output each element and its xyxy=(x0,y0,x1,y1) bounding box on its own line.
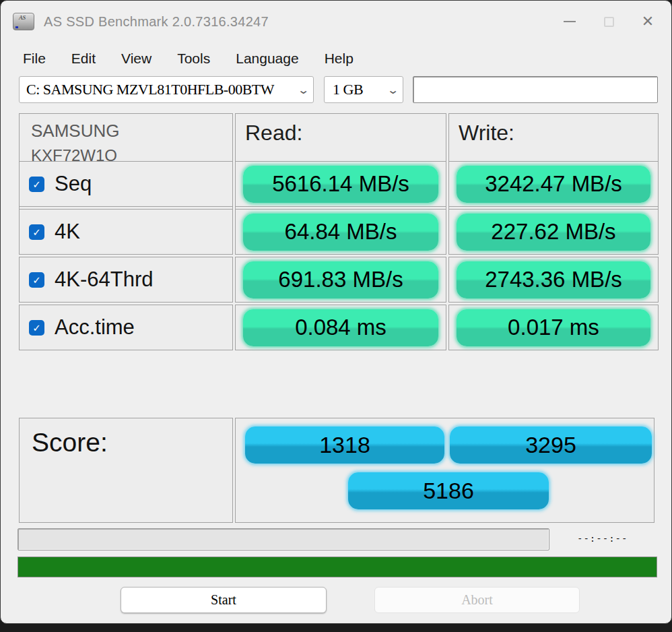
status-bar xyxy=(18,528,549,550)
seq-write-value: 3242.47 MB/s xyxy=(457,166,650,203)
row-label: Seq xyxy=(55,172,92,196)
test-size-value: 1 GB xyxy=(333,81,386,98)
score-label: Score: xyxy=(32,428,108,457)
row-label: Acc.time xyxy=(55,315,135,340)
maximize-icon xyxy=(604,17,614,27)
4k64-read-value: 691.83 MB/s xyxy=(243,261,438,298)
acctime-write-value: 0.017 ms xyxy=(457,309,650,346)
menu-view[interactable]: View xyxy=(121,51,152,67)
4k64-write-value: 2743.36 MB/s xyxy=(457,261,650,298)
minimize-button[interactable] xyxy=(550,1,589,42)
4k64-write-cell: 2743.36 MB/s xyxy=(448,257,659,303)
app-window: AS SSD Benchmark 2.0.7316.34247 ✕ File E… xyxy=(0,0,672,624)
row-seq-label-cell: Seq xyxy=(19,161,233,207)
row-4k64-label-cell: 4K-64Thrd xyxy=(19,257,233,303)
titlebar: AS SSD Benchmark 2.0.7316.34247 ✕ xyxy=(1,1,671,42)
empty-text-field[interactable] xyxy=(413,76,658,103)
menu-language[interactable]: Language xyxy=(236,51,298,67)
minimize-icon xyxy=(564,21,576,22)
chevron-down-icon: ⌄ xyxy=(387,84,399,96)
score-section: Score: 1318 3295 5186 xyxy=(19,418,654,523)
seq-read-value: 5616.14 MB/s xyxy=(243,166,438,203)
4k64-read-cell: 691.83 MB/s xyxy=(235,257,446,303)
progress-bar-fill xyxy=(18,557,657,577)
window-controls: ✕ xyxy=(550,1,667,42)
seq-write-cell: 3242.47 MB/s xyxy=(448,161,659,207)
acctime-read-cell: 0.084 ms xyxy=(235,305,446,350)
progress-bar xyxy=(18,557,657,577)
4k-checkbox[interactable] xyxy=(29,224,44,240)
menu-file[interactable]: File xyxy=(23,51,46,67)
abort-button: Abort xyxy=(374,587,580,613)
chevron-down-icon: ⌄ xyxy=(297,84,310,96)
maximize-button[interactable] xyxy=(589,1,628,42)
score-label-cell: Score: xyxy=(19,418,233,523)
4k-write-value: 227.62 MB/s xyxy=(457,214,650,251)
acctime-write-cell: 0.017 ms xyxy=(448,305,659,350)
row-4k-label-cell: 4K xyxy=(19,209,233,255)
read-score-badge: 1318 xyxy=(245,426,444,464)
close-button[interactable]: ✕ xyxy=(628,1,667,42)
results-table: SAMSUNG KXF72W1Q stornvme - OK 1342464 K… xyxy=(19,113,654,350)
time-remaining: --:--:-- xyxy=(577,533,651,544)
acctime-read-value: 0.084 ms xyxy=(243,309,438,346)
row-label: 4K xyxy=(55,220,80,244)
score-values-cell: 1318 3295 5186 xyxy=(235,418,654,523)
menu-edit[interactable]: Edit xyxy=(71,51,96,67)
4k64-checkbox[interactable] xyxy=(29,272,44,288)
seq-checkbox[interactable] xyxy=(29,177,44,192)
4k-write-cell: 227.62 MB/s xyxy=(448,209,659,255)
seq-read-cell: 5616.14 MB/s xyxy=(235,161,446,207)
drive-select-value: C: SAMSUNG MZVL81T0HFLB-00BTW xyxy=(26,81,296,98)
write-score-badge: 3295 xyxy=(450,426,652,464)
4k-read-cell: 64.84 MB/s xyxy=(235,209,446,255)
test-size-select[interactable]: 1 GB ⌄ xyxy=(324,76,403,103)
total-score-badge: 5186 xyxy=(348,472,549,509)
menu-tools[interactable]: Tools xyxy=(177,51,210,67)
acctime-checkbox[interactable] xyxy=(29,320,44,336)
4k-read-value: 64.84 MB/s xyxy=(243,214,438,251)
row-label: 4K-64Thrd xyxy=(55,267,153,292)
menubar: File Edit View Tools Language Help xyxy=(1,44,671,73)
row-acctime-label-cell: Acc.time xyxy=(19,305,233,350)
device-vendor: SAMSUNG xyxy=(31,121,226,142)
hdd-app-icon xyxy=(13,13,34,30)
window-title: AS SSD Benchmark 2.0.7316.34247 xyxy=(44,14,269,30)
close-icon: ✕ xyxy=(642,14,654,29)
start-button[interactable]: Start xyxy=(121,587,327,613)
menu-help[interactable]: Help xyxy=(325,51,354,67)
drive-select[interactable]: C: SAMSUNG MZVL81T0HFLB-00BTW ⌄ xyxy=(19,76,314,103)
